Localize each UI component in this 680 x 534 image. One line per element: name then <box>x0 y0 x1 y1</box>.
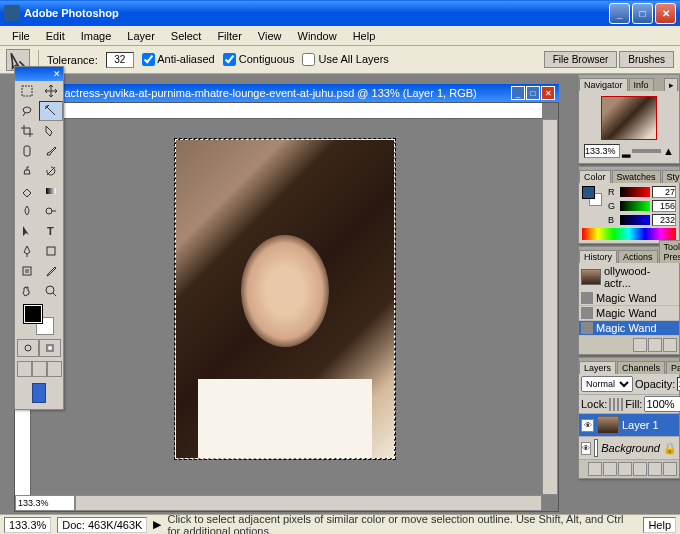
toolbox-close-icon[interactable]: ✕ <box>53 69 61 79</box>
layer-mask-button[interactable] <box>603 462 617 476</box>
channels-tab[interactable]: Channels <box>617 361 665 374</box>
dodge-tool[interactable] <box>39 201 63 221</box>
history-item[interactable]: Magic Wand <box>579 291 679 306</box>
layer-style-button[interactable] <box>588 462 602 476</box>
g-slider[interactable] <box>620 201 650 211</box>
visibility-icon[interactable]: 👁 <box>581 419 594 432</box>
new-document-button[interactable] <box>633 338 647 352</box>
lock-position-button[interactable] <box>617 398 619 411</box>
new-snapshot-button[interactable] <box>648 338 662 352</box>
minimize-button[interactable]: _ <box>609 3 630 24</box>
menu-file[interactable]: File <box>4 28 38 44</box>
layer-item[interactable]: 👁 Layer 1 <box>579 414 679 437</box>
status-arrow-icon[interactable]: ▶ <box>153 518 161 531</box>
status-zoom[interactable]: 133.3% <box>4 517 51 533</box>
history-tab[interactable]: History <box>579 250 617 263</box>
zoom-in-icon[interactable]: ▲ <box>663 145 674 157</box>
menu-image[interactable]: Image <box>73 28 120 44</box>
jump-to-imageready-button[interactable] <box>32 383 46 403</box>
actions-tab[interactable]: Actions <box>618 250 658 263</box>
lasso-tool[interactable] <box>15 101 39 121</box>
canvas-image[interactable] <box>175 139 395 459</box>
menu-help[interactable]: Help <box>345 28 384 44</box>
toolbox-titlebar[interactable]: ✕ <box>15 67 63 81</box>
zoom-tool[interactable] <box>39 281 63 301</box>
file-browser-tab[interactable]: File Browser <box>544 51 618 68</box>
r-slider[interactable] <box>620 187 650 197</box>
type-tool[interactable]: T <box>39 221 63 241</box>
blur-tool[interactable] <box>15 201 39 221</box>
close-button[interactable]: ✕ <box>655 3 676 24</box>
color-ramp[interactable] <box>582 228 676 240</box>
screen-standard-button[interactable] <box>17 361 32 377</box>
info-tab[interactable]: Info <box>629 78 654 91</box>
color-fgbg-swatches[interactable] <box>582 186 602 206</box>
standard-mode-button[interactable] <box>17 339 39 357</box>
quickmask-mode-button[interactable] <box>39 339 61 357</box>
b-slider[interactable] <box>620 215 650 225</box>
adjustment-layer-button[interactable] <box>633 462 647 476</box>
delete-state-button[interactable] <box>663 338 677 352</box>
blend-mode-select[interactable]: Normal <box>581 376 633 392</box>
screen-menubar-button[interactable] <box>32 361 47 377</box>
marquee-tool[interactable] <box>15 81 39 101</box>
move-tool[interactable] <box>39 81 63 101</box>
eraser-tool[interactable] <box>15 181 39 201</box>
alllayers-checkbox[interactable]: Use All Layers <box>302 53 388 67</box>
color-swatches[interactable] <box>24 305 54 335</box>
status-docsize[interactable]: Doc: 463K/463K <box>57 517 147 533</box>
layer-thumbnail[interactable] <box>594 439 598 457</box>
layer-name[interactable]: Background <box>601 442 660 454</box>
slice-tool[interactable] <box>39 121 63 141</box>
menu-edit[interactable]: Edit <box>38 28 73 44</box>
layer-thumbnail[interactable] <box>597 416 619 434</box>
doc-close-button[interactable]: ✕ <box>541 86 555 100</box>
crop-tool[interactable] <box>15 121 39 141</box>
menu-view[interactable]: View <box>250 28 290 44</box>
lock-transparency-button[interactable] <box>609 398 611 411</box>
layer-item[interactable]: 👁 Background 🔒 <box>579 437 679 460</box>
history-item[interactable]: Magic Wand <box>579 306 679 321</box>
navigator-menu-icon[interactable]: ▸ <box>664 78 678 91</box>
gradient-tool[interactable] <box>39 181 63 201</box>
menu-filter[interactable]: Filter <box>209 28 249 44</box>
b-input[interactable] <box>652 214 676 226</box>
status-help[interactable]: Help <box>643 517 676 533</box>
maximize-button[interactable]: □ <box>632 3 653 24</box>
scrollbar-vertical[interactable] <box>542 119 558 495</box>
menu-window[interactable]: Window <box>290 28 345 44</box>
history-snapshot[interactable]: ollywood-actr... <box>579 263 679 291</box>
brush-tool[interactable] <box>39 141 63 161</box>
doc-maximize-button[interactable]: □ <box>526 86 540 100</box>
pen-tool[interactable] <box>15 241 39 261</box>
zoom-input[interactable]: 133.3% <box>15 495 75 511</box>
menu-layer[interactable]: Layer <box>119 28 163 44</box>
r-input[interactable] <box>652 186 676 198</box>
layers-tab[interactable]: Layers <box>579 361 616 374</box>
screen-full-button[interactable] <box>47 361 62 377</box>
color-tab[interactable]: Color <box>579 170 611 183</box>
new-set-button[interactable] <box>618 462 632 476</box>
lock-image-button[interactable] <box>613 398 615 411</box>
navigator-zoom-input[interactable] <box>584 144 620 158</box>
swatches-tab[interactable]: Swatches <box>612 170 661 183</box>
tolerance-input[interactable] <box>106 52 134 68</box>
toolpresets-tab[interactable]: Tool Presets <box>659 240 680 263</box>
navigator-zoom-slider[interactable] <box>632 149 661 153</box>
path-selection-tool[interactable] <box>15 221 39 241</box>
fill-input[interactable] <box>644 396 680 412</box>
history-item[interactable]: Magic Wand <box>579 321 679 336</box>
canvas-area[interactable]: 133.3% <box>14 102 559 512</box>
visibility-icon[interactable]: 👁 <box>581 442 591 455</box>
new-layer-button[interactable] <box>648 462 662 476</box>
history-brush-tool[interactable] <box>39 161 63 181</box>
menu-select[interactable]: Select <box>163 28 210 44</box>
delete-layer-button[interactable] <box>663 462 677 476</box>
g-input[interactable] <box>652 200 676 212</box>
hand-tool[interactable] <box>15 281 39 301</box>
navigator-thumbnail[interactable] <box>601 96 657 140</box>
ruler-horizontal[interactable] <box>31 103 542 119</box>
contiguous-checkbox[interactable]: Contiguous <box>223 53 295 67</box>
styles-tab[interactable]: Styles <box>662 170 680 183</box>
foreground-color-swatch[interactable] <box>24 305 42 323</box>
